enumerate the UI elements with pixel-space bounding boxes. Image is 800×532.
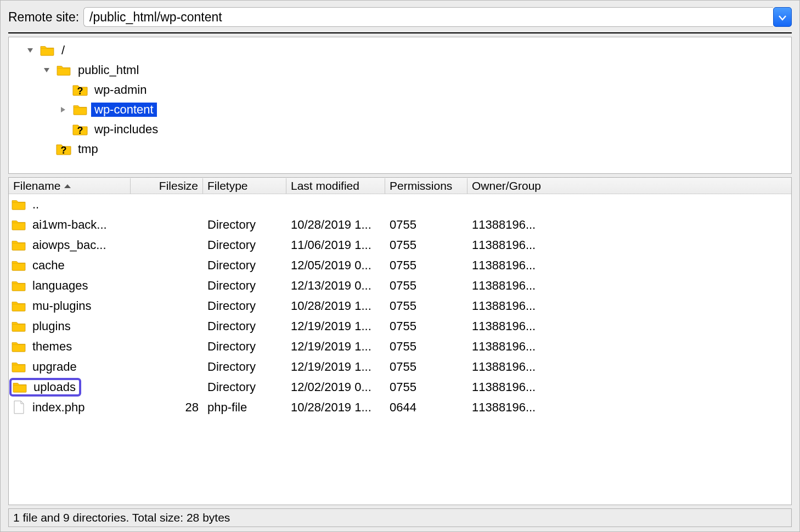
tree-item-label: / [58, 43, 68, 58]
file-modified: 12/19/2019 1... [286, 339, 385, 354]
ftp-remote-panel: Remote site: /public_htmlwp-adminwp-cont… [0, 0, 800, 532]
file-type: Directory [203, 218, 286, 232]
file-modified: 11/06/2019 1... [286, 238, 385, 252]
highlighted-item: uploads [9, 378, 81, 397]
file-name: upgrade [32, 360, 77, 374]
folder-icon [40, 44, 55, 57]
file-permissions: 0755 [385, 299, 467, 313]
file-name-wrap: aiowps_bac... [10, 238, 106, 252]
column-header-filename[interactable]: Filename [9, 178, 131, 194]
file-name: ai1wm-back... [32, 218, 107, 232]
file-row[interactable]: uploadsDirectory12/02/2019 0...075511388… [9, 377, 791, 397]
remote-file-list: Filename Filesize Filetype Last modified… [8, 177, 792, 505]
column-header-filetype[interactable]: Filetype [203, 178, 286, 194]
column-label: Last modified [291, 179, 359, 193]
file-modified: 10/28/2019 1... [286, 400, 385, 415]
folder-icon [10, 320, 27, 333]
file-type: Directory [203, 360, 286, 374]
file-modified: 10/28/2019 1... [286, 299, 385, 313]
file-row[interactable]: aiowps_bac...Directory11/06/2019 1...075… [9, 235, 791, 255]
file-row[interactable]: pluginsDirectory12/19/2019 1...075511388… [9, 316, 791, 336]
file-row[interactable]: .. [9, 194, 791, 214]
file-row[interactable]: languagesDirectory12/13/2019 0...0755113… [9, 275, 791, 296]
file-type: Directory [203, 279, 286, 293]
file-name: index.php [32, 400, 84, 415]
column-label: Filetype [207, 179, 248, 193]
file-list-body[interactable]: ..ai1wm-back...Directory10/28/2019 1...0… [9, 194, 791, 505]
column-label: Filesize [159, 179, 198, 193]
file-permissions: 0755 [385, 339, 467, 354]
column-label: Filename [13, 179, 60, 193]
tree-item-label: public_html [75, 63, 142, 77]
folder-icon [10, 259, 27, 272]
tree-item-label: wp-admin [91, 83, 150, 97]
file-name-wrap: ai1wm-back... [10, 218, 107, 232]
tree-item[interactable]: wp-content [9, 100, 791, 120]
file-type: Directory [203, 319, 286, 333]
file-name: themes [32, 339, 72, 354]
folder-icon [10, 218, 27, 231]
file-type: Directory [203, 299, 286, 313]
file-row[interactable]: upgradeDirectory12/19/2019 1...075511388… [9, 356, 791, 377]
tree-item-label: wp-content [91, 103, 157, 117]
file-name: .. [32, 197, 39, 212]
file-name-wrap: cache [10, 258, 65, 273]
file-permissions: 0755 [385, 258, 467, 273]
file-name-wrap: mu-plugins [10, 299, 92, 313]
file-name: plugins [32, 319, 71, 333]
tree-toggle-icon[interactable] [24, 44, 36, 56]
tree-item[interactable]: / [9, 41, 791, 60]
file-modified: 12/05/2019 0... [286, 258, 385, 273]
remote-path-field [83, 7, 792, 27]
file-owner: 11388196... [467, 258, 791, 273]
file-row[interactable]: index.php28php-file10/28/2019 1...064411… [9, 397, 791, 417]
file-modified: 12/19/2019 1... [286, 319, 385, 333]
file-name-wrap: themes [10, 339, 72, 354]
file-modified: 10/28/2019 1... [286, 218, 385, 232]
file-row[interactable]: cacheDirectory12/05/2019 0...07551138819… [9, 255, 791, 275]
tree-item-label: wp-includes [91, 122, 161, 137]
tree-item[interactable]: tmp [9, 139, 791, 159]
tree-toggle-icon [57, 84, 69, 96]
remote-site-bar: Remote site: [4, 4, 796, 29]
tree-item[interactable]: public_html [9, 60, 791, 80]
file-row[interactable]: themesDirectory12/19/2019 1...0755113881… [9, 336, 791, 356]
file-name-wrap: plugins [10, 319, 71, 333]
folder-icon [72, 103, 88, 116]
file-permissions: 0755 [385, 319, 467, 333]
file-name: cache [32, 258, 65, 273]
folder-unknown-icon [72, 123, 88, 136]
file-modified: 12/19/2019 1... [286, 360, 385, 374]
folder-unknown-icon [56, 143, 71, 156]
tree-item[interactable]: wp-includes [9, 120, 791, 139]
sort-ascending-icon [64, 179, 71, 193]
file-type: Directory [203, 380, 286, 394]
file-permissions: 0755 [385, 380, 467, 394]
file-name: languages [32, 279, 88, 293]
column-header-last-modified[interactable]: Last modified [286, 178, 385, 194]
file-name-wrap: upgrade [10, 360, 77, 374]
folder-icon [10, 239, 27, 252]
file-owner: 11388196... [467, 279, 791, 293]
file-row[interactable]: ai1wm-back...Directory10/28/2019 1...075… [9, 214, 791, 235]
file-type: Directory [203, 339, 286, 354]
column-header-filesize[interactable]: Filesize [131, 178, 203, 194]
remote-path-input[interactable] [83, 7, 773, 27]
file-modified: 12/13/2019 0... [286, 279, 385, 293]
file-modified: 12/02/2019 0... [286, 380, 385, 394]
file-name-wrap: index.php [10, 400, 84, 415]
column-header-owner-group[interactable]: Owner/Group [467, 178, 791, 194]
tree-item-label: tmp [75, 142, 102, 156]
column-header-permissions[interactable]: Permissions [385, 178, 467, 194]
remote-path-dropdown[interactable] [773, 7, 792, 27]
file-permissions: 0755 [385, 279, 467, 293]
file-name-wrap: languages [10, 279, 88, 293]
tree-toggle-icon[interactable] [57, 104, 69, 116]
file-row[interactable]: mu-pluginsDirectory10/28/2019 1...075511… [9, 296, 791, 316]
file-type: Directory [203, 258, 286, 273]
status-text: 1 file and 9 directories. Total size: 28… [13, 511, 230, 524]
folder-icon [56, 64, 71, 77]
tree-toggle-icon[interactable] [41, 64, 53, 76]
tree-item[interactable]: wp-admin [9, 80, 791, 100]
remote-directory-tree[interactable]: /public_htmlwp-adminwp-contentwp-include… [8, 37, 792, 174]
